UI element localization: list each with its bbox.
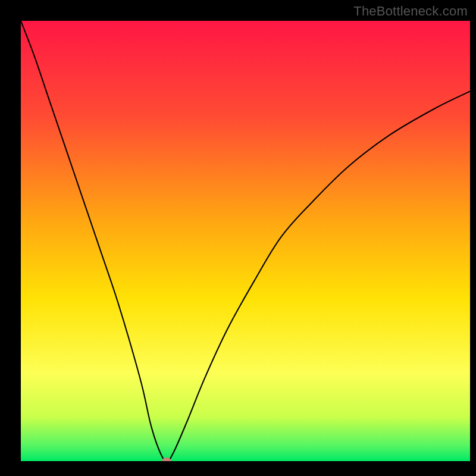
watermark-text: TheBottleneck.com xyxy=(353,4,468,19)
curve xyxy=(21,21,470,461)
chart-frame: TheBottleneck.com xyxy=(0,0,476,476)
optimal-point-marker xyxy=(162,458,171,461)
plot-area xyxy=(21,21,470,461)
